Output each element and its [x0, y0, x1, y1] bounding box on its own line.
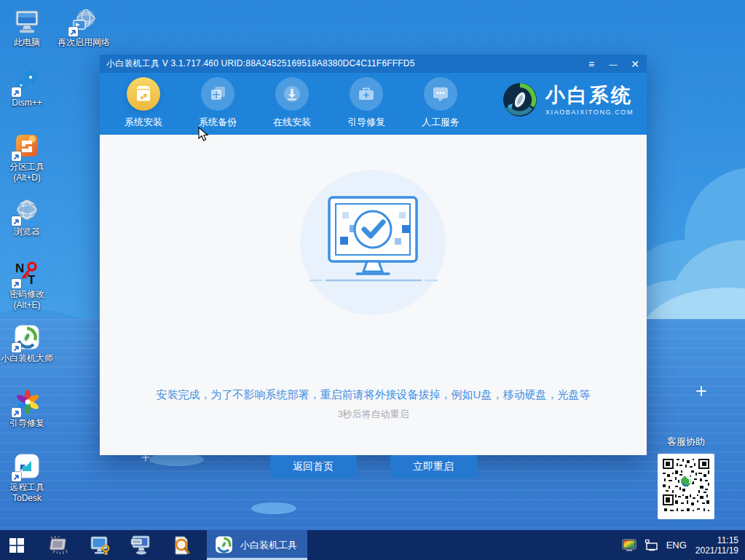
desktop-icon-label: 分区工具 — [0, 162, 58, 173]
partition-tool-icon — [13, 133, 41, 159]
tab-system-backup[interactable]: 系统备份 — [184, 77, 251, 129]
desktop-icon-enable-network[interactable]: 再次启用网络 — [52, 9, 115, 48]
clock-time: 11:15 — [695, 535, 738, 545]
restart-now-button[interactable]: 立即重启 — [390, 455, 477, 478]
xiaobai-app-icon — [214, 535, 234, 555]
this-pc-icon — [13, 9, 41, 35]
countdown-text: 3秒后将自动重启 — [100, 408, 647, 421]
desktop-icon-label: Dism++ — [0, 98, 58, 109]
tab-human-service[interactable]: 人工服务 — [407, 77, 474, 129]
qr-code — [658, 454, 714, 519]
tab-system-install[interactable]: 系统安装 — [110, 77, 177, 129]
taskbar-display-keyboard-app[interactable] — [125, 530, 156, 560]
taskbar-cpu-app[interactable] — [44, 530, 74, 560]
network-globe-icon — [70, 9, 98, 35]
display-settings-icon[interactable] — [622, 539, 636, 551]
desktop-icon-label: 远程工具 — [0, 482, 58, 493]
shortcut-arrow-icon — [12, 279, 21, 288]
sparkle — [696, 386, 706, 396]
taskbar-display-key-app[interactable] — [84, 530, 115, 560]
desktop-icon-label: 再次启用网络 — [52, 37, 115, 48]
clock-date: 2021/11/19 — [695, 545, 738, 556]
brand-name: 小白系统 — [545, 84, 634, 106]
install-box-icon — [127, 77, 160, 111]
shortcut-arrow-icon — [12, 216, 21, 226]
shortcut-arrow-icon — [12, 343, 21, 352]
brand-site: XIAOBAIXITONG.COM — [545, 109, 634, 116]
download-icon — [275, 77, 309, 111]
desktop-icon-label2: ToDesk — [0, 493, 58, 504]
desktop-icon-xiaobai-master[interactable]: 小白装机大师 — [0, 325, 58, 364]
close-icon[interactable]: ✕ — [629, 58, 641, 70]
start-button[interactable] — [0, 530, 33, 560]
xiaobai-tool-window: 小白装机工具 V 3.1.717.460 URID:88A24525169518… — [100, 55, 647, 455]
window-titlebar[interactable]: 小白装机工具 V 3.1.717.460 URID:88A24525169518… — [100, 55, 647, 73]
shortcut-arrow-icon — [12, 151, 21, 161]
desktop-icon-label: 引导修复 — [0, 418, 58, 429]
shortcut-arrow-icon — [12, 87, 21, 97]
desktop-icon-label2: (Alt+E) — [0, 300, 58, 311]
toolbox-icon — [350, 77, 383, 111]
svg-text:N: N — [15, 261, 24, 275]
success-illustration — [300, 170, 446, 315]
desktop-icon-password-change[interactable]: N T 密码修改 (Alt+E) — [0, 261, 58, 311]
monitor-keyboard-icon — [130, 535, 151, 556]
window-content: 安装完成，为了不影响系统部署，重启前请将外接设备拔掉，例如U盘，移动硬盘，光盘等… — [100, 135, 647, 455]
shortcut-arrow-icon — [12, 408, 21, 417]
system-tray: ENG 11:15 2021/11/19 — [622, 530, 745, 560]
window-tabbar: 系统安装 系统备份 — [100, 73, 647, 135]
todesk-icon — [13, 454, 41, 480]
network-status-icon[interactable] — [645, 539, 659, 551]
tab-label: 系统备份 — [184, 116, 251, 129]
chip-icon — [49, 536, 69, 555]
tab-label: 在线安装 — [259, 116, 326, 129]
desktop-icon-label: 小白装机大师 — [0, 353, 58, 364]
desktop-icon-browser[interactable]: 浏览器 — [0, 198, 58, 237]
windows-backup-icon — [201, 77, 234, 111]
tab-label: 人工服务 — [407, 116, 474, 129]
monitor-check-icon — [300, 170, 446, 315]
windows-logo-icon — [9, 538, 24, 553]
minimize-icon[interactable]: — — [607, 60, 619, 68]
tab-label: 引导修复 — [333, 116, 400, 129]
desktop: 此电脑 再次启用网络 — [0, 0, 745, 560]
back-home-button[interactable]: 返回首页 — [270, 455, 357, 478]
support-qr-panel: 客服协助 — [653, 435, 720, 519]
taskbar-search-doc-app[interactable] — [166, 530, 197, 560]
search-document-icon — [171, 535, 192, 556]
desktop-icon-label: 密码修改 — [0, 289, 58, 300]
taskbar-clock[interactable]: 11:15 2021/11/19 — [695, 535, 745, 556]
desktop-icon-label: 此电脑 — [0, 37, 58, 48]
menu-icon[interactable]: ≡ — [586, 58, 597, 70]
gears-icon — [13, 69, 41, 95]
tab-online-install[interactable]: 在线安装 — [259, 77, 326, 129]
taskbar-active-app[interactable]: 小白装机工具 — [207, 530, 307, 560]
completion-message: 安装完成，为了不影响系统部署，重启前请将外接设备拔掉，例如U盘，移动硬盘，光盘等 — [100, 388, 647, 402]
language-indicator[interactable]: ENG — [666, 540, 687, 551]
browser-globe-icon — [13, 198, 41, 224]
desktop-icon-boot-repair[interactable]: 引导修复 — [0, 390, 58, 429]
desktop-icon-label: 浏览器 — [0, 226, 58, 237]
desktop-icon-label2: (Alt+D) — [0, 173, 58, 184]
tab-boot-repair[interactable]: 引导修复 — [333, 77, 400, 129]
brand-area: 小白系统 XIAOBAIXITONG.COM — [502, 82, 634, 118]
tab-label: 系统安装 — [110, 116, 177, 129]
desktop-icon-partition-tool[interactable]: 分区工具 (Alt+D) — [0, 133, 58, 184]
nt-password-key-icon: N T — [13, 261, 41, 287]
monitor-key-icon — [89, 535, 111, 556]
xiaobai-swirl-icon — [13, 325, 41, 351]
qr-title: 客服协助 — [653, 435, 720, 449]
svg-text:T: T — [28, 273, 36, 287]
shortcut-arrow-icon — [68, 27, 78, 36]
xiaobai-logo-icon — [502, 82, 538, 118]
cloud — [251, 502, 296, 514]
active-app-label: 小白装机工具 — [240, 539, 297, 552]
pinwheel-icon — [13, 390, 41, 416]
taskbar: 小白装机工具 ENG 11:15 2021/11/19 — [0, 530, 745, 560]
chat-bubble-icon — [424, 77, 457, 111]
desktop-icon-todesk[interactable]: 远程工具 ToDesk — [0, 454, 58, 504]
desktop-icon-this-pc[interactable]: 此电脑 — [0, 9, 58, 48]
window-title: 小白装机工具 V 3.1.717.460 URID:88A24525169518… — [100, 58, 415, 70]
mouse-cursor — [198, 127, 209, 142]
desktop-icon-dism[interactable]: Dism++ — [0, 69, 58, 109]
